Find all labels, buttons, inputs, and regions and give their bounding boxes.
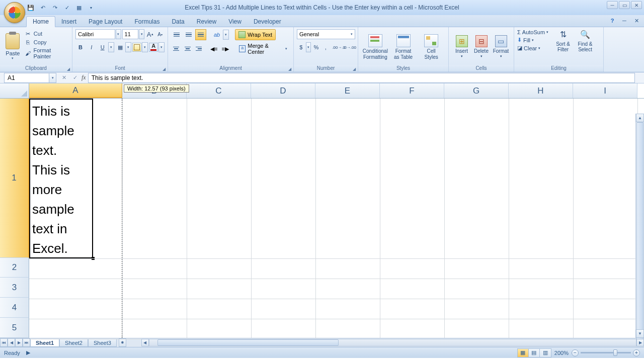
cell-a1[interactable]: This is sample text. This is more sample… <box>29 99 93 258</box>
find-select-button[interactable]: 🔍Find & Select <box>575 29 596 52</box>
delete-cells-button[interactable]: ⊟Delete▾ <box>471 29 491 65</box>
font-name-dropdown-icon[interactable]: ▾ <box>116 29 121 39</box>
accounting-format-icon[interactable]: $ <box>297 42 305 52</box>
font-color-dropdown-icon[interactable]: ▾ <box>158 42 165 52</box>
help-icon[interactable]: ? <box>608 16 617 25</box>
maximize-button[interactable]: ▭ <box>619 1 630 9</box>
close-button[interactable]: ✕ <box>631 1 642 9</box>
qat-redo-icon[interactable]: ↷ <box>50 3 59 12</box>
autosum-button[interactable]: ΣAutoSum▾ <box>517 29 548 35</box>
cancel-formula-icon[interactable]: ✕ <box>59 73 68 82</box>
conditional-formatting-button[interactable]: Conditional Formatting <box>361 29 389 65</box>
cell-styles-button[interactable]: Cell Styles <box>417 29 445 65</box>
workbook-close-icon[interactable]: ✕ <box>632 16 641 25</box>
new-sheet-icon[interactable]: ✸ <box>119 338 126 347</box>
font-name-select[interactable]: Calibri <box>75 29 115 39</box>
row-header-5[interactable]: 5 <box>0 318 29 338</box>
column-header-e[interactable]: E <box>315 83 380 98</box>
fill-color-dropdown-icon[interactable]: ▾ <box>142 42 148 52</box>
paste-button[interactable]: Paste ▾ <box>3 29 23 64</box>
tab-formulas[interactable]: Formulas <box>128 17 166 27</box>
column-header-i[interactable]: I <box>573 83 637 98</box>
orientation-icon[interactable]: ab <box>211 29 222 40</box>
office-button[interactable] <box>4 2 25 23</box>
ribbon-minimize-icon[interactable]: ─ <box>620 16 629 25</box>
sheet-tab-sheet1[interactable]: Sheet1 <box>30 339 59 347</box>
merge-center-button[interactable]: Merge & Center▾ <box>236 43 290 54</box>
font-color-button[interactable] <box>149 43 158 52</box>
italic-button[interactable]: I <box>87 42 97 52</box>
row-header-3[interactable]: 3 <box>0 278 29 298</box>
align-bottom-icon[interactable] <box>195 29 206 40</box>
row-header-2[interactable]: 2 <box>0 258 29 278</box>
tab-page-layout[interactable]: Page Layout <box>83 17 128 27</box>
zoom-out-icon[interactable]: − <box>572 349 579 356</box>
clipboard-launcher-icon[interactable]: ◢ <box>66 66 71 71</box>
wrap-text-button[interactable]: Wrap Text <box>235 29 276 40</box>
zoom-in-icon[interactable]: + <box>633 349 640 356</box>
orientation-dropdown-icon[interactable]: ▾ <box>223 30 229 40</box>
last-sheet-icon[interactable]: ⏭ <box>23 338 30 347</box>
decrease-decimal-icon[interactable]: .0→.00 <box>345 42 355 52</box>
underline-dropdown-icon[interactable]: ▾ <box>108 42 114 52</box>
vertical-scrollbar[interactable]: ▲ ▼ <box>635 114 644 338</box>
page-layout-view-icon[interactable]: ▤ <box>529 349 540 357</box>
fill-button[interactable]: ⬇Fill▾ <box>517 37 548 43</box>
tab-insert[interactable]: Insert <box>55 17 83 27</box>
column-header-a[interactable]: A <box>29 83 122 98</box>
tab-developer[interactable]: Developer <box>248 17 287 27</box>
increase-indent-icon[interactable]: ≡▶ <box>220 43 230 54</box>
font-launcher-icon[interactable]: ◢ <box>162 66 167 71</box>
align-center-icon[interactable] <box>182 43 192 54</box>
font-size-select[interactable]: 11 <box>122 29 139 39</box>
minimize-button[interactable]: ─ <box>607 1 618 9</box>
prev-sheet-icon[interactable]: ◀ <box>8 338 15 347</box>
column-header-g[interactable]: G <box>444 83 509 98</box>
column-header-c[interactable]: C <box>187 83 251 98</box>
tab-view[interactable]: View <box>222 17 248 27</box>
tab-data[interactable]: Data <box>166 17 190 27</box>
alignment-launcher-icon[interactable]: ◢ <box>287 66 292 71</box>
zoom-slider-thumb[interactable] <box>613 349 617 356</box>
number-format-select[interactable]: General▾ <box>297 29 355 39</box>
horizontal-scroll-thumb[interactable] <box>157 339 339 346</box>
qat-customize-icon[interactable]: ▾ <box>87 3 96 12</box>
fx-icon[interactable]: fx <box>82 74 86 81</box>
name-box[interactable]: A1 <box>4 73 49 83</box>
font-size-dropdown-icon[interactable]: ▾ <box>139 29 144 39</box>
next-sheet-icon[interactable]: ▶ <box>15 338 23 347</box>
align-middle-icon[interactable] <box>183 29 194 40</box>
name-box-dropdown-icon[interactable]: ▾ <box>49 73 56 83</box>
macro-record-icon[interactable]: ▶ <box>26 349 30 356</box>
borders-button[interactable]: ▦ <box>115 42 125 52</box>
grow-font-icon[interactable]: A▴ <box>145 29 154 39</box>
decrease-indent-icon[interactable]: ◀≡ <box>209 43 219 54</box>
zoom-level[interactable]: 200% <box>554 350 569 356</box>
bold-button[interactable]: B <box>75 42 86 52</box>
column-header-d[interactable]: D <box>251 83 315 98</box>
format-cells-button[interactable]: ▭Format▾ <box>491 29 511 65</box>
comma-format-icon[interactable]: , <box>321 42 330 52</box>
vertical-scroll-thumb[interactable] <box>636 122 643 343</box>
zoom-slider[interactable] <box>581 352 631 353</box>
scroll-left-icon[interactable]: ◀ <box>141 339 149 346</box>
align-top-icon[interactable] <box>171 29 182 40</box>
sort-filter-button[interactable]: ⇅Sort & Filter <box>552 29 574 52</box>
tab-home[interactable]: Home <box>26 16 55 27</box>
insert-cells-button[interactable]: ⊞Insert▾ <box>452 29 471 65</box>
horizontal-scrollbar[interactable] <box>149 339 636 346</box>
sheet-tab-sheet2[interactable]: Sheet2 <box>59 339 88 347</box>
increase-decimal-icon[interactable]: .00→.0 <box>334 42 344 52</box>
qat-print-icon[interactable]: ▦ <box>74 3 84 12</box>
sheet-tab-sheet3[interactable]: Sheet3 <box>88 339 117 347</box>
percent-format-icon[interactable]: % <box>312 42 320 52</box>
row-header-4[interactable]: 4 <box>0 298 29 318</box>
page-break-view-icon[interactable]: ▥ <box>540 349 551 357</box>
row-header-1[interactable]: 1 <box>0 99 29 258</box>
copy-button[interactable]: ⎘Copy <box>25 39 69 46</box>
format-painter-button[interactable]: 🖌Format Painter <box>25 47 69 59</box>
qat-undo-icon[interactable]: ↶ <box>38 3 47 12</box>
tab-review[interactable]: Review <box>191 17 222 27</box>
align-left-icon[interactable] <box>171 43 181 54</box>
format-as-table-button[interactable]: Format as Table <box>389 29 418 65</box>
